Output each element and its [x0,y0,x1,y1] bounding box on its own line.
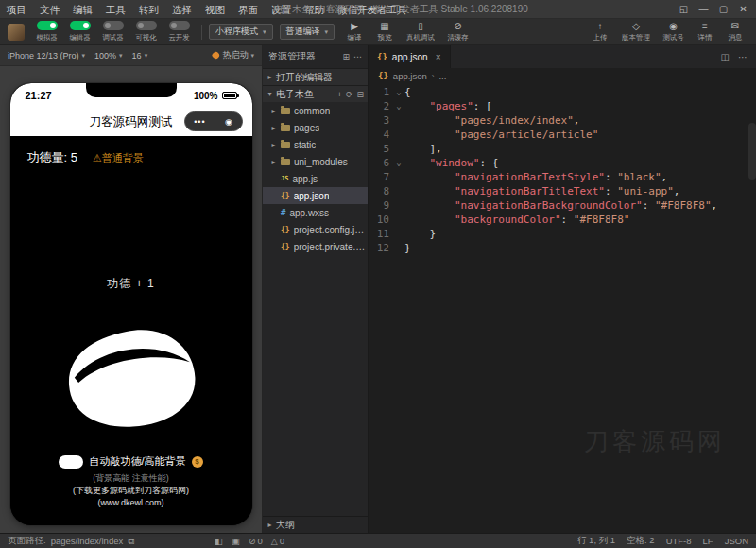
code-line[interactable]: 6⌄ "window": { [369,156,756,170]
editor-scrollbar[interactable] [748,123,756,180]
breadcrumb-file[interactable]: app.json [393,71,427,81]
cursor-position[interactable]: 行 1, 列 1 [577,535,615,547]
outline-section[interactable]: ▸ 大纲 [263,516,368,533]
panel-toggle-icon[interactable]: ▣ [232,536,240,546]
zoom-selector[interactable]: 100% ▾ [94,51,123,60]
code-area[interactable]: 1⌄{2⌄ "pages": [3 "pages/index/index",4 … [369,83,756,533]
compile-mode-dropdown[interactable]: 普通编译 ▾ [280,24,335,40]
tree-file-app.wxss[interactable]: #app.wxss [263,204,368,221]
hot-restart-dropdown[interactable]: 热启动 ▾ [213,49,254,61]
mode-dropdown[interactable]: 小程序模式 ▾ [209,24,273,40]
network-selector[interactable]: 16 ▾ [132,51,148,60]
close-icon[interactable]: ✕ [734,1,752,18]
encoding-setting[interactable]: UTF-8 [666,536,692,546]
code-line[interactable]: 10 "backgroundColor": "#F8F8F8" [369,213,756,227]
action-消息[interactable]: ✉消息 [722,21,748,43]
menu-item-界面[interactable]: 界面 [232,0,265,19]
menu-item-微信开发者工具[interactable]: 微信开发者工具 [331,0,414,19]
page-path-value[interactable]: pages/index/index [51,536,124,546]
toolbar-right-actions: ↑上传◇版本管理◉测试号≡详情✉消息 [587,21,748,43]
tree-file-project.private.config.js...[interactable]: {}project.private.config.js... [263,238,368,255]
panel-toggle-可视化[interactable]: 可视化 [130,21,162,43]
more-actions-icon[interactable]: ⋯ [353,52,362,61]
action-清缓存[interactable]: ⊘清缓存 [443,21,472,43]
menu-item-项目[interactable]: 项目 [0,0,33,19]
sidebar-toggle-icon[interactable]: ◧ [215,536,223,546]
fold-chevron-icon[interactable]: ⌄ [393,99,404,113]
action-测试号[interactable]: ◉测试号 [659,21,688,43]
more-actions-icon[interactable]: ⋯ [738,52,747,62]
menu-item-设置[interactable]: 设置 [265,0,298,19]
capsule-button[interactable]: ••• ◉ [184,111,243,131]
tab-app-json[interactable]: {} app.json × [369,45,451,68]
split-editor-icon[interactable]: ◫ [721,52,730,62]
close-tab-icon[interactable]: × [436,52,441,62]
action-版本管理[interactable]: ◇版本管理 [617,21,655,43]
code-line[interactable]: 8 "navigationBarTitleText": "uni-app", [369,184,756,198]
folder-icon [281,159,290,165]
open-editors-section[interactable]: ▸ 打开的编辑器 [263,68,368,85]
code-line[interactable]: 4 "pages/article/article" [369,128,756,142]
menu-item-文件[interactable]: 文件 [33,0,66,19]
collapse-all-icon[interactable]: ⊟ [356,90,364,99]
device-selector[interactable]: iPhone 12/13 (Pro) ▾ [8,51,85,60]
tree-file-app.js[interactable]: JSapp.js [263,170,368,187]
indent-setting[interactable]: 空格: 2 [627,535,655,547]
panel-toggle-模拟器[interactable]: 模拟器 [31,21,62,43]
menu-item-视图[interactable]: 视图 [198,0,232,19]
menu-item-编辑[interactable]: 编辑 [66,0,99,19]
menu-item-转到[interactable]: 转到 [132,0,165,19]
code-line[interactable]: 2⌄ "pages": [ [369,99,756,113]
new-file-icon[interactable]: + [337,90,342,99]
minimize-icon[interactable]: — [695,1,713,18]
user-avatar[interactable] [8,24,25,41]
background-mode-badge[interactable]: ⚠普通背景 [93,151,144,165]
capsule-home-icon[interactable]: ◉ [225,117,232,127]
line-number: 3 [369,113,393,128]
tree-folder-static[interactable]: ▸static [263,136,368,153]
panel-toggle-云开发[interactable]: 云开发 [163,21,195,43]
code-line[interactable]: 5 ], [369,142,756,156]
code-line[interactable]: 3 "pages/index/index", [369,113,756,128]
tree-file-project.config.json[interactable]: {}project.config.json [263,221,368,238]
layout-icon[interactable]: ◱ [675,1,693,18]
language-mode[interactable]: JSON [725,536,748,546]
tree-folder-common[interactable]: ▸common [263,102,368,119]
warnings-count[interactable]: △ 0 [271,536,284,546]
project-section[interactable]: ▾ 电子木鱼 + ⟳ ⊟ [263,85,368,102]
code-line[interactable]: 12} [369,241,756,255]
flame-icon [212,51,221,60]
tree-folder-uni_modules[interactable]: ▸uni_modules [263,153,368,170]
action-预览[interactable]: ▦预览 [371,21,398,43]
editor-tab-bar: {} app.json × ◫ ⋯ [369,45,756,68]
wooden-fish[interactable] [60,326,202,432]
fold-chevron-icon[interactable]: ⌄ [393,156,404,170]
refresh-icon[interactable]: ⟳ [346,90,353,99]
menu-item-帮助[interactable]: 帮助 [298,0,331,19]
fold-gutter [393,142,404,156]
action-label: 上传 [593,32,608,43]
tree-file-app.json[interactable]: {}app.json [263,187,368,204]
copy-path-icon[interactable]: ⧉ [128,536,134,547]
breadcrumb-symbol[interactable]: ... [438,71,446,81]
errors-count[interactable]: ⊘ 0 [249,536,263,546]
code-line[interactable]: 11 } [369,227,756,241]
panel-toggle-调试器[interactable]: 调试器 [97,21,129,43]
panel-toggle-编辑器[interactable]: 编辑器 [64,21,95,43]
action-上传[interactable]: ↑上传 [587,21,613,43]
action-详情[interactable]: ≡详情 [692,21,718,43]
eol-setting[interactable]: LF [703,536,713,546]
action-编译[interactable]: ▶编译 [341,21,368,43]
menu-item-选择[interactable]: 选择 [165,0,198,19]
tree-folder-pages[interactable]: ▸pages [263,119,368,136]
code-line[interactable]: 1⌄{ [369,85,756,99]
auto-tap-switch[interactable] [59,455,83,469]
capsule-menu-icon[interactable]: ••• [194,117,205,127]
code-line[interactable]: 9 "navigationBarBackgroundColor": "#F8F8… [369,198,756,213]
maximize-icon[interactable]: ▢ [714,1,732,18]
menu-item-工具[interactable]: 工具 [99,0,132,19]
fold-chevron-icon[interactable]: ⌄ [393,85,404,99]
new-file-icon[interactable]: ⊞ [342,52,350,61]
action-真机调试[interactable]: ▯真机调试 [402,21,439,43]
code-line[interactable]: 7 "navigationBarTextStyle": "black", [369,170,756,184]
